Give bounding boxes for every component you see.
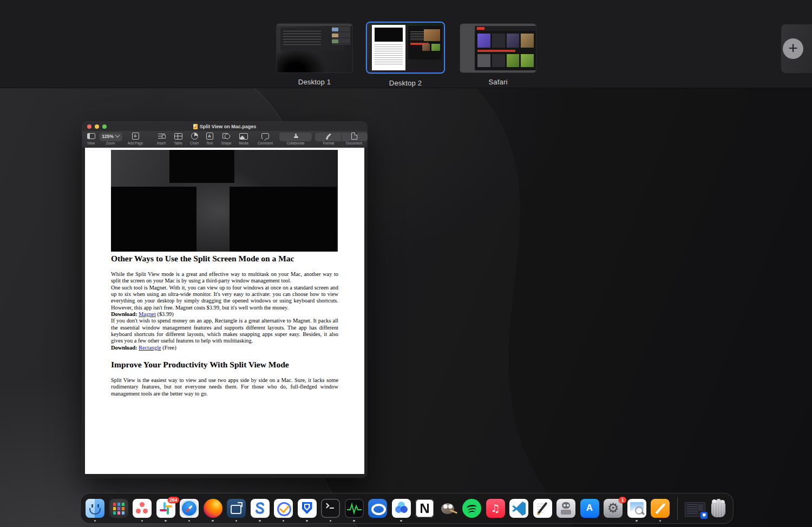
desktop-2-pages-doc (372, 25, 405, 70)
shape-button[interactable]: Shape (217, 132, 236, 145)
comment-button[interactable]: Comment (253, 132, 277, 145)
pages-window: Split View on Mac.pages View 125% Zoom A… (82, 122, 367, 478)
dock-minimized-window[interactable] (685, 500, 705, 517)
doc-heading-2: Improve Your Productivity With Split Vie… (111, 360, 338, 370)
s-swirl-app-icon (251, 499, 270, 518)
preview-icon (627, 499, 646, 518)
media-icon (239, 133, 248, 140)
launchpad-icon (109, 499, 128, 518)
format-button[interactable]: Format (316, 132, 341, 145)
download-suffix: (Free) (161, 345, 176, 351)
bitwarden-mini-badge (700, 512, 708, 519)
finder-icon (86, 499, 104, 518)
document-proxy-icon (193, 124, 198, 129)
dock-automator[interactable] (556, 499, 575, 518)
dock-activity-monitor[interactable] (345, 499, 364, 518)
collaborate-button[interactable]: Collaborate (278, 132, 313, 145)
comment-icon (261, 133, 269, 139)
document-screenshot-image[interactable] (111, 150, 338, 252)
add-page-icon (132, 133, 139, 140)
chart-button[interactable]: Chart (185, 132, 204, 145)
rectangle-link[interactable]: Rectangle (139, 345, 161, 351)
safari-icon (180, 499, 199, 518)
desktop-1-thumb-chip (332, 39, 338, 43)
space-safari-thumbnail[interactable] (460, 24, 536, 73)
dock-app-store[interactable]: A (580, 499, 599, 518)
format-brush-icon (325, 133, 332, 140)
dock-gimp[interactable] (439, 499, 458, 518)
document-button[interactable]: Document (341, 132, 367, 145)
dock-vscode[interactable] (509, 499, 528, 518)
dock-safari[interactable] (180, 499, 199, 518)
desktop-1-text-lines (283, 31, 321, 47)
space-safari-label: Safari (460, 78, 536, 86)
dock-system-preferences[interactable]: 1 ⚙ (604, 499, 623, 518)
activity-monitor-icon (345, 499, 364, 518)
dock-blue-ring-app[interactable] (368, 499, 387, 518)
trash-full-icon (710, 499, 726, 517)
gimp-icon (439, 499, 458, 518)
media-button[interactable]: Media (235, 132, 252, 145)
dock-s-swirl-app[interactable] (251, 499, 270, 518)
desktop-1-thumb-chip (332, 34, 338, 37)
dock-firefox[interactable] (204, 499, 222, 518)
dock-terminal[interactable] (321, 499, 340, 518)
cloud-storage-app-icon (392, 499, 411, 518)
dock-asana[interactable] (133, 499, 152, 518)
safari-window (475, 26, 536, 70)
space-desktop-2-thumbnail-active[interactable] (366, 22, 445, 74)
dock-spotify[interactable] (462, 499, 481, 518)
dock-trash[interactable] (710, 499, 726, 517)
automator-icon (556, 499, 575, 518)
text-box-icon: A (206, 133, 213, 140)
dock-drawing-notes-app[interactable] (533, 499, 552, 518)
desktop-2-doc-text (375, 44, 403, 66)
firefox-icon (204, 499, 222, 518)
dock-notion[interactable] (415, 499, 434, 518)
dock-rectangle[interactable] (227, 499, 246, 518)
add-desktop-button[interactable]: + (783, 38, 803, 59)
dock-apple-music[interactable]: ♫ (486, 499, 505, 518)
spotify-icon (462, 499, 481, 518)
dock-bitwarden[interactable] (298, 499, 317, 518)
dock-task-app[interactable] (274, 499, 293, 518)
add-page-button[interactable]: Add Page (123, 132, 147, 145)
view-sidebar-icon (87, 133, 95, 139)
pages-toolbar: View 125% Zoom Add Page Insert Table Cha… (82, 131, 367, 148)
screenshot-video-region (169, 150, 234, 183)
download-suffix: ($3.99) (156, 311, 174, 317)
space-desktop-1-label: Desktop 1 (277, 78, 352, 86)
dock-pages[interactable] (651, 499, 670, 518)
apple-music-icon: ♫ (486, 499, 505, 518)
settings-badge: 1 (619, 497, 626, 503)
zoom-dropdown[interactable]: 125% Zoom (99, 132, 122, 145)
dock-finder[interactable] (86, 499, 104, 518)
view-button[interactable]: View (83, 132, 99, 145)
document-page[interactable]: Other Ways to Use the Split Screen Mode … (85, 148, 364, 474)
chevron-down-icon (115, 133, 120, 137)
text-button[interactable]: A Text (201, 132, 218, 145)
document-text-column: Other Ways to Use the Split Screen Mode … (111, 254, 338, 397)
mission-control-bar: Desktop 1 Desktop 2 (0, 0, 812, 88)
doc-paragraph-2: One such tool is Magnet. With it, you ca… (111, 285, 338, 311)
safari-headline (477, 50, 515, 52)
space-desktop-2-label: Desktop 2 (366, 79, 445, 87)
dock-cloud-app[interactable] (392, 499, 411, 518)
safari-article-row (477, 54, 534, 67)
pages-titlebar[interactable]: Split View on Mac.pages (82, 122, 367, 131)
document-page-icon (351, 133, 357, 140)
space-desktop-2: Desktop 2 (366, 22, 445, 87)
space-safari: Safari (460, 24, 536, 86)
terminal-icon (321, 499, 340, 518)
desktop-2-doc-image (375, 28, 403, 42)
doc-download-line-1: Download: Magnet ($3.99) (111, 311, 338, 318)
dock-slack[interactable]: 264 (156, 499, 175, 518)
space-desktop-1-thumbnail[interactable] (277, 24, 352, 73)
dock-preview[interactable] (627, 499, 646, 518)
minimized-window-thumbnail (685, 502, 705, 517)
magnet-link[interactable]: Magnet (139, 311, 156, 317)
doc-heading-1: Other Ways to Use the Split Screen Mode … (111, 254, 338, 264)
asana-icon (133, 499, 152, 518)
rectangle-app-icon (227, 499, 246, 518)
dock-launchpad[interactable] (109, 499, 128, 518)
